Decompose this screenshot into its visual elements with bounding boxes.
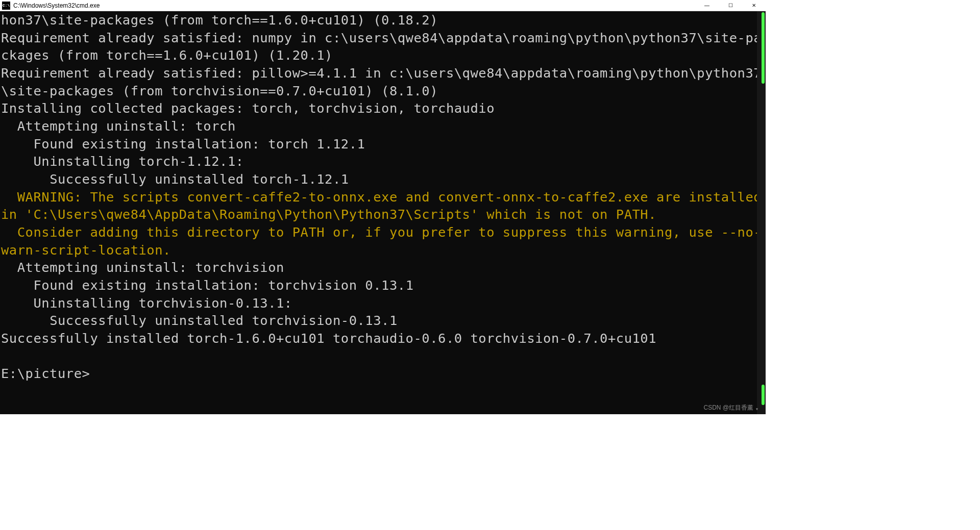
- terminal-line: Consider adding this directory to PATH o…: [1, 224, 762, 258]
- terminal-line: E:\picture>: [1, 366, 90, 381]
- minimize-button[interactable]: —: [695, 0, 719, 11]
- window-controls: — ☐ ✕: [695, 0, 766, 11]
- cmd-icon: C:\: [2, 2, 10, 10]
- scrollbar-thumb-indicator-bottom: [762, 385, 765, 405]
- terminal-window[interactable]: hon37\site-packages (from torch==1.6.0+c…: [0, 11, 766, 414]
- terminal-line: Attempting uninstall: torchvision: [1, 260, 284, 275]
- window-titlebar: C:\ C:\Windows\System32\cmd.exe — ☐ ✕: [0, 0, 766, 11]
- terminal-line: Uninstalling torch-1.12.1:: [1, 154, 244, 169]
- scrollbar-thumb-indicator-top: [762, 12, 765, 84]
- terminal-line: Uninstalling torchvision-0.13.1:: [1, 295, 292, 311]
- window-title: C:\Windows\System32\cmd.exe: [13, 2, 695, 9]
- terminal-line: Installing collected packages: torch, to…: [1, 100, 495, 116]
- scrollbar[interactable]: [757, 11, 766, 414]
- terminal-line: Found existing installation: torch 1.12.…: [1, 136, 365, 152]
- terminal-line: Attempting uninstall: torch: [1, 118, 236, 134]
- terminal-line: Successfully uninstalled torch-1.12.1: [1, 171, 349, 187]
- watermark-arrow-icon: ▾: [755, 406, 758, 412]
- terminal-output: hon37\site-packages (from torch==1.6.0+c…: [0, 11, 766, 383]
- scrollbar-track[interactable]: [757, 11, 766, 414]
- terminal-line: Requirement already satisfied: numpy in …: [1, 30, 762, 63]
- close-button[interactable]: ✕: [742, 0, 766, 11]
- terminal-line: Found existing installation: torchvision…: [1, 277, 413, 293]
- watermark-text: CSDN @红目香薰: [703, 403, 753, 412]
- terminal-line: WARNING: The scripts convert-caffe2-to-o…: [1, 189, 766, 222]
- terminal-line: Successfully installed torch-1.6.0+cu101…: [1, 331, 656, 346]
- terminal-line: Requirement already satisfied: pillow>=4…: [1, 65, 762, 98]
- maximize-button[interactable]: ☐: [719, 0, 742, 11]
- terminal-line: Successfully uninstalled torchvision-0.1…: [1, 313, 398, 328]
- terminal-line: hon37\site-packages (from torch==1.6.0+c…: [1, 12, 438, 28]
